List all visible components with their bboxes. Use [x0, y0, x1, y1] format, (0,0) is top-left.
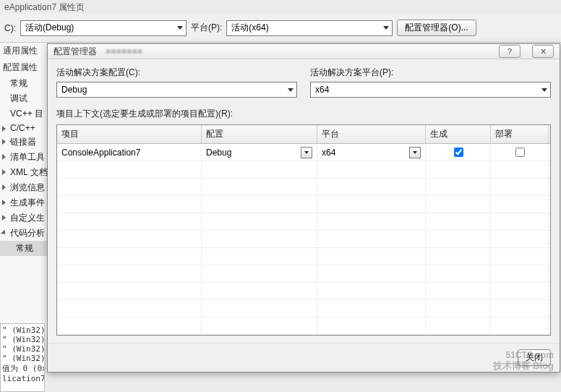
chevron-down-icon	[288, 88, 294, 92]
tree-item[interactable]: 调试	[0, 91, 47, 106]
tree-item[interactable]: 自定义生	[0, 210, 47, 226]
config-label: C):	[4, 23, 16, 33]
build-checkbox[interactable]	[454, 148, 463, 157]
col-project[interactable]: 项目	[57, 125, 202, 143]
context-label: 项目上下文(选定要生成或部署的项目配置)(R):	[56, 108, 551, 120]
table-row	[57, 161, 550, 179]
table-row	[57, 231, 550, 248]
watermark: 51CTO.com 技术博客 Blog	[493, 342, 554, 370]
col-build[interactable]: 生成	[426, 125, 491, 143]
config-manager-button[interactable]: 配置管理器(O)...	[397, 20, 476, 36]
table-row	[57, 265, 550, 283]
output-pane: " (Win32): " (Win32): " (Win32): " (Win3…	[0, 323, 45, 392]
table-row: ConsoleApplication7 Debug x64	[57, 144, 550, 161]
col-config[interactable]: 配置	[202, 125, 317, 143]
dialog-title-blur: ■■■■■■■	[106, 46, 142, 56]
cell-config-combo[interactable]: Debug	[202, 144, 317, 161]
properties-toolbar: C): 活动(Debug) 平台(P): 活动(x64) 配置管理器(O)...	[0, 14, 561, 43]
grid-header: 项目 配置 平台 生成 部署	[57, 125, 550, 144]
cell-project: ConsoleApplication7	[57, 144, 202, 161]
property-tree[interactable]: 通用属性 配置属性 常规 调试 VC++ 目 C/C++ 链接器 清单工具 XM…	[0, 43, 48, 339]
close-icon[interactable]: ✕	[532, 45, 554, 58]
platform-value: 活动(x64)	[231, 22, 268, 34]
solution-config-combo[interactable]: Debug	[56, 82, 297, 98]
config-manager-dialog: 配置管理器 ■■■■■■■ ? ✕ 活动解决方案配置(C): Debug 活动解…	[47, 43, 560, 372]
parent-title: eApplication7 属性页	[0, 0, 561, 14]
solution-config-label: 活动解决方案配置(C):	[56, 67, 297, 79]
tree-item[interactable]: 代码分析	[0, 226, 47, 241]
solution-platform-label: 活动解决方案平台(P):	[310, 67, 551, 79]
tree-item[interactable]: VC++ 目	[0, 106, 47, 122]
help-button[interactable]: ?	[499, 45, 521, 58]
chevron-down-icon[interactable]	[409, 147, 421, 158]
cell-platform-value: x64	[322, 148, 335, 158]
table-row	[57, 248, 550, 265]
platform-label: 平台(P):	[191, 22, 222, 34]
cell-platform-combo[interactable]: x64	[317, 144, 426, 161]
chevron-down-icon	[541, 88, 547, 92]
table-row	[57, 213, 550, 231]
config-combo[interactable]: 活动(Debug)	[20, 20, 187, 36]
tree-item[interactable]: XML 文档	[0, 165, 47, 180]
watermark-text: 51CTO.com	[506, 350, 554, 360]
tree-item[interactable]: 链接器	[0, 135, 47, 150]
deploy-checkbox[interactable]	[515, 148, 525, 157]
chevron-down-icon	[177, 26, 183, 30]
tree-root-config[interactable]: 配置属性	[0, 59, 47, 76]
watermark-sub: 技术博客 Blog	[493, 361, 554, 370]
table-row	[57, 196, 550, 213]
config-value: 活动(Debug)	[25, 22, 74, 34]
solution-platform-value: x64	[315, 85, 329, 95]
dialog-titlebar: 配置管理器 ■■■■■■■ ? ✕	[48, 44, 560, 59]
tree-item[interactable]: 生成事件	[0, 195, 47, 210]
table-row	[57, 179, 550, 196]
table-row	[57, 300, 550, 318]
project-grid: 项目 配置 平台 生成 部署 ConsoleApplication7 Debug…	[56, 124, 551, 336]
chevron-down-icon[interactable]	[301, 147, 312, 158]
tree-root-common[interactable]: 通用属性	[0, 43, 47, 59]
solution-config-value: Debug	[61, 85, 87, 95]
solution-platform-combo[interactable]: x64	[310, 82, 551, 98]
col-deploy[interactable]: 部署	[491, 125, 549, 143]
tree-item-selected[interactable]: 常规	[0, 241, 47, 256]
table-row	[57, 283, 550, 300]
dialog-title: 配置管理器	[53, 46, 97, 58]
tree-item[interactable]: 浏览信息	[0, 180, 47, 195]
cell-config-value: Debug	[206, 148, 231, 158]
platform-combo[interactable]: 活动(x64)	[226, 20, 393, 36]
tree-item[interactable]: 常规	[0, 76, 47, 91]
col-platform[interactable]: 平台	[317, 125, 426, 143]
table-row	[57, 318, 550, 335]
tree-item[interactable]: 清单工具	[0, 150, 47, 165]
tree-item[interactable]: C/C++	[0, 122, 47, 135]
chevron-down-icon	[383, 26, 389, 30]
